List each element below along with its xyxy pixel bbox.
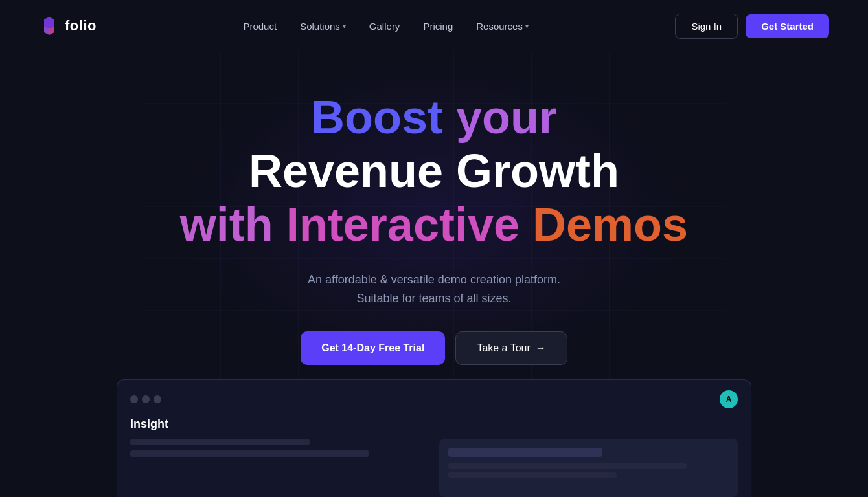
demos-word: Demos <box>532 199 688 250</box>
skeleton-bar-1 <box>130 439 310 445</box>
hero-subtitle: An affordable & versatile demo creation … <box>308 271 560 308</box>
skeleton-title <box>448 448 602 457</box>
hero-headline: Boost your Revenue Growth with Interacti… <box>180 91 688 251</box>
skeleton-row-1 <box>448 463 687 469</box>
trial-button[interactable]: Get 14-Day Free Trial <box>301 331 445 365</box>
mockup-right-panel-area <box>439 439 738 497</box>
resources-chevron-icon: ▾ <box>525 23 529 30</box>
logo-icon <box>39 16 60 36</box>
mockup-right-panel <box>439 439 738 497</box>
navbar: folio Product Solutions ▾ Gallery Pricin… <box>0 0 868 52</box>
mockup-titlebar: A <box>130 390 738 408</box>
mockup-body <box>130 439 738 497</box>
mockup-avatar: A <box>720 390 738 408</box>
hero-line1: Boost your <box>180 91 688 144</box>
signin-button[interactable]: Sign In <box>675 14 738 39</box>
app-mockup: A Insight <box>117 379 751 497</box>
hero-section: Boost your Revenue Growth with Interacti… <box>0 52 868 365</box>
nav-actions: Sign In Get Started <box>675 14 829 39</box>
interactive-word: Interactive <box>286 199 520 250</box>
nav-gallery[interactable]: Gallery <box>369 21 400 32</box>
nav-resources[interactable]: Resources ▾ <box>476 21 529 32</box>
dot-yellow <box>142 395 150 403</box>
nav-links: Product Solutions ▾ Gallery Pricing Reso… <box>243 21 529 32</box>
dot-green <box>154 395 161 403</box>
boost-word: Boost <box>311 91 443 143</box>
hero-buttons: Get 14-Day Free Trial Take a Tour → <box>301 331 567 365</box>
mockup-content: Insight <box>130 417 738 497</box>
arrow-icon: → <box>536 342 546 354</box>
hero-line2: Revenue Growth <box>180 144 688 198</box>
get-started-button[interactable]: Get Started <box>746 14 829 38</box>
mockup-dots <box>130 395 161 403</box>
skeleton-row-2 <box>448 472 617 478</box>
nav-pricing[interactable]: Pricing <box>423 21 453 32</box>
logo[interactable]: folio <box>39 16 97 36</box>
logo-text: folio <box>65 17 97 34</box>
with-word: with <box>180 199 273 250</box>
nav-solutions[interactable]: Solutions ▾ <box>300 21 346 32</box>
nav-product[interactable]: Product <box>243 21 277 32</box>
insight-title: Insight <box>130 417 738 431</box>
your-word: your <box>456 91 557 143</box>
tour-button[interactable]: Take a Tour → <box>455 331 567 365</box>
mockup-left-panel <box>130 439 429 497</box>
dot-red <box>130 395 138 403</box>
solutions-chevron-icon: ▾ <box>343 23 346 30</box>
hero-line3: with Interactive Demos <box>180 198 688 252</box>
skeleton-bar-2 <box>130 450 369 457</box>
